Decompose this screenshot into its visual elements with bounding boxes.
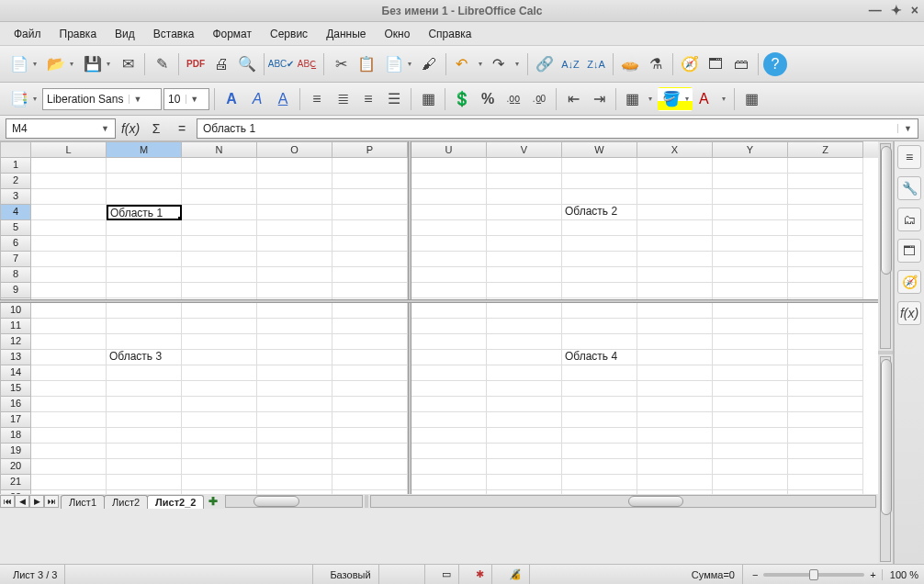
cell[interactable] (637, 252, 713, 267)
cell[interactable] (637, 412, 713, 428)
cell[interactable] (31, 319, 107, 334)
cell[interactable] (107, 267, 182, 283)
cell[interactable] (713, 267, 788, 283)
cell[interactable] (562, 428, 637, 444)
pane-bottom-right[interactable]: Область 4 (411, 303, 878, 494)
cell[interactable] (788, 459, 863, 475)
cell[interactable] (182, 189, 257, 205)
row-header[interactable]: 22 (0, 490, 31, 494)
cell[interactable] (107, 174, 182, 189)
row-header[interactable]: 16 (0, 397, 31, 412)
cell[interactable] (107, 298, 182, 299)
col-header[interactable]: N (182, 141, 257, 158)
align-right-button[interactable]: ≡ (356, 87, 380, 111)
cell[interactable] (31, 283, 107, 298)
row-header[interactable]: 13 (0, 350, 31, 365)
cell[interactable] (332, 158, 408, 174)
cell[interactable] (257, 236, 332, 252)
status-signature-icon[interactable]: 🔏 (501, 565, 530, 584)
cell[interactable] (182, 397, 257, 412)
cell[interactable] (637, 319, 713, 334)
vscroll-thumb[interactable] (881, 146, 892, 275)
edit-doc-button[interactable]: ✎ (150, 52, 174, 76)
row-header[interactable]: 10 (0, 303, 31, 319)
col-header[interactable]: Y (713, 141, 788, 158)
cell[interactable] (562, 334, 637, 350)
sidebar-properties-icon[interactable]: 🔧 (897, 176, 921, 200)
cell[interactable] (713, 334, 788, 350)
cell[interactable] (257, 444, 332, 459)
menu-format[interactable]: Формат (204, 25, 260, 43)
cell[interactable] (487, 459, 562, 475)
sheet-tab[interactable]: Лист1 (61, 495, 105, 509)
hyperlink-button[interactable]: 🔗 (533, 52, 557, 76)
menu-edit[interactable]: Правка (51, 25, 106, 43)
cell[interactable] (562, 220, 637, 236)
merge-cells-button[interactable]: ▦ (416, 87, 440, 111)
cell[interactable] (562, 475, 637, 490)
cell[interactable] (257, 490, 332, 494)
cell[interactable] (257, 220, 332, 236)
row-header[interactable]: 4 (0, 205, 31, 220)
underline-button[interactable]: A (271, 87, 295, 111)
cell[interactable] (107, 334, 182, 350)
cell[interactable] (182, 365, 257, 381)
filter-button[interactable]: ⚗ (644, 52, 668, 76)
row-header[interactable]: 14 (0, 365, 31, 381)
cell[interactable] (713, 283, 788, 298)
cell[interactable] (788, 475, 863, 490)
cell[interactable] (713, 428, 788, 444)
cell[interactable] (31, 220, 107, 236)
cell[interactable] (562, 365, 637, 381)
cell[interactable] (257, 174, 332, 189)
cell[interactable] (411, 475, 487, 490)
cell[interactable] (637, 174, 713, 189)
cell[interactable] (788, 428, 863, 444)
row-header[interactable]: 6 (0, 236, 31, 252)
percent-button[interactable]: % (476, 87, 500, 111)
cell[interactable] (411, 174, 487, 189)
cell[interactable] (713, 350, 788, 365)
cell[interactable] (31, 205, 107, 220)
bold-button[interactable]: A (220, 87, 243, 111)
cell[interactable] (182, 412, 257, 428)
print-button[interactable]: 🖨 (209, 52, 233, 76)
cell[interactable] (182, 303, 257, 319)
cell[interactable] (257, 298, 332, 299)
cell[interactable] (562, 298, 637, 299)
font-name-combo[interactable]: Liberation Sans▼ (42, 88, 162, 110)
menu-insert[interactable]: Вставка (145, 25, 203, 43)
autospell-button[interactable]: ABC̲ (295, 52, 319, 76)
cell[interactable] (562, 412, 637, 428)
cell[interactable] (182, 205, 257, 220)
cell[interactable] (182, 220, 257, 236)
font-size-combo[interactable]: 10▼ (163, 88, 209, 110)
cell[interactable] (411, 397, 487, 412)
zoom-value[interactable]: 100 % (882, 569, 918, 580)
cell[interactable] (788, 365, 863, 381)
cell[interactable] (332, 303, 408, 319)
cell[interactable] (487, 205, 562, 220)
cell[interactable] (257, 205, 332, 220)
cell[interactable] (487, 475, 562, 490)
cell[interactable] (332, 428, 408, 444)
cell[interactable] (562, 381, 637, 397)
sum-button[interactable]: Σ (145, 118, 167, 139)
cell[interactable] (182, 267, 257, 283)
add-sheet-button[interactable]: ✚ (203, 495, 223, 508)
cell[interactable] (411, 236, 487, 252)
cell[interactable] (411, 158, 487, 174)
navigator-button[interactable]: 🧭 (678, 52, 702, 76)
zoom-slider[interactable] (763, 573, 864, 577)
col-header[interactable]: Z (788, 141, 863, 158)
cell[interactable] (487, 298, 562, 299)
row-header[interactable]: 17 (0, 412, 31, 428)
cell[interactable] (788, 267, 863, 283)
cell[interactable] (411, 303, 487, 319)
cell[interactable] (107, 490, 182, 494)
cell[interactable] (788, 334, 863, 350)
cell[interactable] (182, 490, 257, 494)
increase-indent-button[interactable]: ⇥ (587, 87, 611, 111)
menu-file[interactable]: Файл (6, 25, 50, 43)
cell[interactable] (332, 189, 408, 205)
